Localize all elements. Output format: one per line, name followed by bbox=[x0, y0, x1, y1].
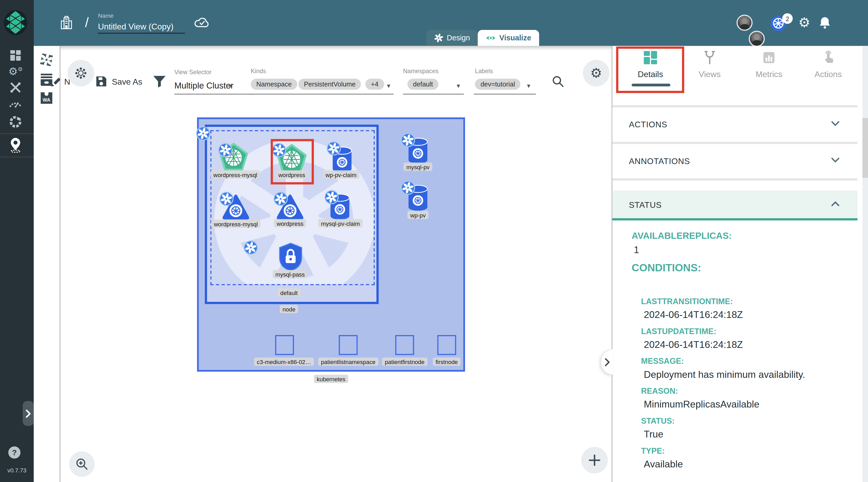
meshery-badge-icon bbox=[327, 141, 341, 155]
node-label[interactable]: wp-pv-claim bbox=[323, 170, 359, 179]
chevron-up-icon[interactable] bbox=[831, 201, 840, 207]
node-label[interactable]: mysql-pv-claim bbox=[318, 219, 363, 227]
sidebar-item-dashboard[interactable] bbox=[10, 50, 21, 60]
section-status[interactable]: STATUS bbox=[612, 191, 857, 218]
kind-chip[interactable]: Namespace bbox=[251, 79, 297, 90]
view-selector-arrow-icon[interactable]: ▾ bbox=[228, 82, 232, 90]
view-selector-label: View Selector bbox=[175, 69, 212, 76]
kinds-arrow-icon[interactable]: ▾ bbox=[387, 82, 391, 90]
canvas-settings-button[interactable]: ⚙ bbox=[583, 60, 610, 86]
labels-label: Labels bbox=[475, 67, 493, 74]
section-divider bbox=[612, 142, 857, 144]
namespaces-label: Namespaces bbox=[403, 67, 439, 74]
views-icon bbox=[703, 51, 717, 65]
view-name-input[interactable]: Untitled View (Copy) bbox=[98, 22, 173, 31]
pod-tool-button[interactable] bbox=[67, 60, 94, 86]
collaborator-avatar[interactable] bbox=[749, 31, 765, 47]
sidebar-item-configuration[interactable] bbox=[9, 82, 22, 94]
settings-gear-icon[interactable]: ⚙ bbox=[799, 15, 810, 30]
filter-funnel-icon[interactable] bbox=[153, 75, 166, 88]
collaborator-avatar[interactable] bbox=[737, 14, 753, 31]
namespace-label[interactable]: default bbox=[277, 288, 300, 297]
view-selector-underline bbox=[175, 93, 253, 94]
secret-icon[interactable] bbox=[278, 243, 304, 272]
chevron-down-icon[interactable] bbox=[831, 157, 840, 163]
tab-visualize[interactable]: Visualize bbox=[478, 30, 539, 46]
notifications-bell-icon[interactable] bbox=[819, 16, 831, 29]
sidebar-item-lifecycle[interactable]: ⚙⚙ bbox=[8, 65, 23, 78]
context-count-badge[interactable]: 2 bbox=[782, 13, 793, 24]
add-node-button[interactable] bbox=[581, 447, 608, 474]
status-accent-bar bbox=[612, 218, 857, 220]
chevron-down-icon[interactable] bbox=[831, 121, 840, 126]
status-field-key: CONDITIONS: bbox=[632, 262, 701, 274]
sidebar-expand-button[interactable] bbox=[23, 401, 34, 426]
design-label: Design bbox=[446, 34, 470, 42]
meshery-badge-icon bbox=[274, 192, 288, 206]
organization-icon[interactable] bbox=[59, 16, 74, 30]
status-field-value: Deployment has minimum availability. bbox=[644, 369, 805, 381]
meshery-badge-icon bbox=[401, 180, 415, 195]
node-square[interactable] bbox=[395, 335, 414, 355]
design-tool-icon[interactable] bbox=[39, 53, 54, 67]
tab-actions[interactable]: Actions bbox=[803, 51, 853, 79]
visualize-label: Visualize bbox=[499, 34, 531, 42]
tab-design[interactable]: Design bbox=[426, 30, 478, 46]
node-label[interactable]: patientfirstnode bbox=[382, 358, 427, 366]
node-label[interactable]: wp-pv bbox=[407, 211, 428, 219]
sidebar-item-extensions[interactable] bbox=[9, 116, 22, 128]
sidebar-divider bbox=[0, 157, 34, 157]
status-field-key: STATUS: bbox=[641, 416, 675, 425]
section-actions[interactable]: ACTIONS bbox=[612, 108, 857, 142]
zoom-button[interactable] bbox=[69, 451, 95, 477]
meshery-badge-icon bbox=[218, 143, 232, 157]
node-label[interactable]: wordpress-mysql bbox=[211, 170, 260, 179]
label-chip[interactable]: dev=tutorial bbox=[475, 79, 521, 90]
namespaces-underline bbox=[403, 93, 464, 94]
kind-chip[interactable]: PersistentVolume bbox=[298, 79, 361, 90]
node-label[interactable]: mysql-pv bbox=[404, 162, 433, 171]
save-as-icon[interactable] bbox=[95, 75, 107, 88]
tool-strip: WA bbox=[34, 46, 60, 482]
namespaces-arrow-icon[interactable]: ▾ bbox=[457, 82, 460, 90]
magnifier-plus-icon bbox=[75, 457, 89, 471]
node-label[interactable]: wordpress-mysql bbox=[211, 219, 260, 228]
node-label[interactable]: patientlistnamespace bbox=[318, 358, 378, 366]
kind-chip[interactable]: +4 bbox=[365, 79, 384, 90]
node-square[interactable] bbox=[339, 335, 358, 355]
namespace-chip[interactable]: default bbox=[407, 79, 438, 90]
node-square[interactable] bbox=[437, 335, 456, 355]
app-version: v0.7.73 bbox=[0, 467, 34, 474]
meshery-logo[interactable] bbox=[3, 10, 28, 35]
wasm-filter-icon[interactable]: WA bbox=[40, 92, 53, 104]
sidebar-item-performance[interactable] bbox=[9, 100, 22, 108]
help-button[interactable]: ? bbox=[8, 446, 21, 458]
save-as-label[interactable]: Save As bbox=[112, 77, 143, 86]
node-boundary-label[interactable]: node bbox=[280, 305, 298, 313]
design-spiral-icon bbox=[434, 33, 443, 43]
breadcrumb-slash: / bbox=[85, 15, 89, 30]
node-label[interactable]: mysql-pass bbox=[273, 270, 307, 278]
meshery-badge-icon bbox=[196, 126, 210, 141]
panel-scrollbar-thumb[interactable] bbox=[863, 118, 868, 178]
section-annotations[interactable]: ANNOTATIONS bbox=[612, 144, 857, 178]
tab-metrics[interactable]: Metrics bbox=[744, 51, 794, 79]
labels-arrow-icon[interactable]: ▾ bbox=[527, 82, 530, 90]
kinds-label: Kinds bbox=[251, 67, 266, 74]
node-square[interactable] bbox=[275, 335, 294, 355]
node-label[interactable]: firstnode bbox=[433, 358, 461, 366]
view-selector-value[interactable]: Multiple Cluster bbox=[175, 81, 234, 91]
edit-pencil-icon[interactable] bbox=[51, 77, 62, 88]
status-field-key: LASTUPDATETIME: bbox=[641, 327, 716, 336]
tab-views[interactable]: Views bbox=[685, 51, 735, 79]
tab-metrics-label: Metrics bbox=[744, 69, 794, 79]
search-icon[interactable] bbox=[552, 75, 564, 88]
sidebar-item-visualize[interactable] bbox=[9, 137, 22, 153]
section-status-label: STATUS bbox=[629, 200, 661, 209]
panel-scrollbar-track[interactable] bbox=[863, 46, 868, 482]
node-label[interactable]: wordpress bbox=[274, 219, 306, 227]
kinds-underline bbox=[250, 93, 394, 94]
cluster-label[interactable]: kubernetes bbox=[314, 375, 348, 383]
node-label[interactable]: c3-medium-x86-02… bbox=[254, 358, 314, 366]
metrics-icon bbox=[762, 51, 776, 65]
